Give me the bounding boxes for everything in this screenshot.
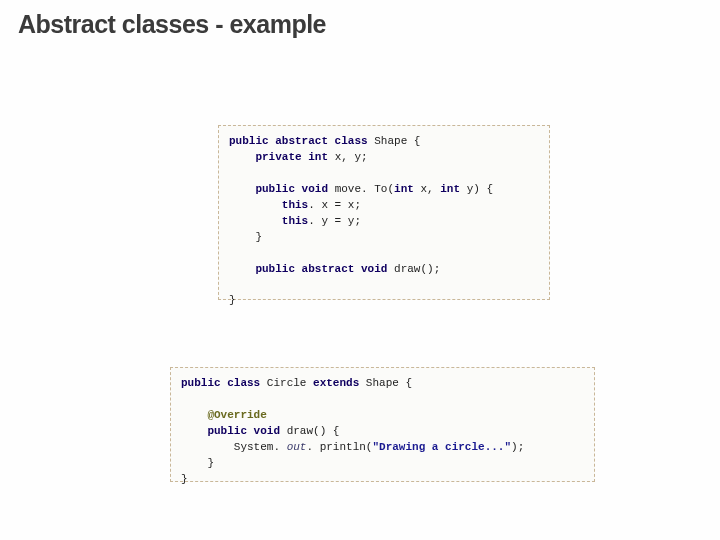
code-block-circle: public class Circle extends Shape { @Ove…	[170, 367, 595, 482]
code-text: @Override	[181, 409, 267, 421]
code-text: x,	[420, 183, 440, 195]
code-text: int	[440, 183, 466, 195]
code-text: System.	[181, 441, 280, 453]
code-text: . println(	[306, 441, 372, 453]
code-text: this	[229, 215, 308, 227]
code-text: this	[229, 199, 308, 211]
code-text: public class	[181, 377, 267, 389]
code-text: }	[181, 473, 188, 485]
code-text: "Drawing a circle..."	[372, 441, 511, 453]
code-text: }	[229, 294, 236, 306]
code-text: x, y;	[335, 151, 368, 163]
code-text: Circle	[267, 377, 313, 389]
code-text: extends	[313, 377, 366, 389]
code-text: out	[280, 441, 306, 453]
code-text: draw() {	[287, 425, 340, 437]
code-text: public void	[229, 183, 335, 195]
code-text: Shape {	[374, 135, 420, 147]
code-text: );	[511, 441, 524, 453]
slide-title: Abstract classes - example	[18, 10, 326, 39]
code-text: Shape {	[366, 377, 412, 389]
code-text: . y = y;	[308, 215, 361, 227]
code-text: draw();	[394, 263, 440, 275]
code-text: }	[229, 231, 262, 243]
code-text: y) {	[467, 183, 493, 195]
code-text: int	[394, 183, 420, 195]
code-block-shape: public abstract class Shape { private in…	[218, 125, 550, 300]
code-text: public void	[181, 425, 287, 437]
code-text: public abstract void	[229, 263, 394, 275]
code-text: }	[181, 457, 214, 469]
code-text: move. To(	[335, 183, 394, 195]
slide: Abstract classes - example public abstra…	[0, 0, 720, 540]
code-text: private int	[229, 151, 335, 163]
code-text: public abstract class	[229, 135, 374, 147]
code-text: . x = x;	[308, 199, 361, 211]
